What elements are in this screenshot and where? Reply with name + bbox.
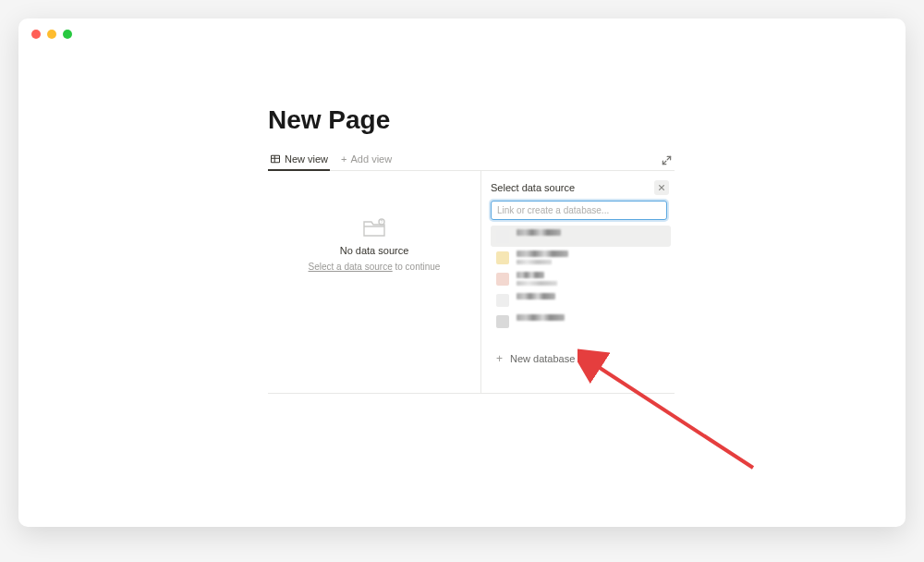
empty-state-title: No data source [340,245,409,256]
table-icon [270,153,281,165]
tab-new-view[interactable]: New view [268,148,330,170]
page-icon [496,294,509,307]
page-title[interactable]: New Page [268,105,906,135]
maximize-window-button[interactable] [63,30,72,39]
empty-state-suffix: to continue [393,262,441,272]
database-option[interactable] [491,226,671,247]
redacted-text [517,229,561,236]
database-list [491,226,671,332]
close-icon [658,184,665,191]
svg-rect-7 [496,273,509,286]
redacted-text [517,293,555,299]
svg-rect-8 [496,294,509,307]
expand-icon [662,155,672,165]
svg-rect-6 [496,251,509,264]
page-icon [496,315,509,328]
database-option[interactable] [491,268,671,289]
database-search-input[interactable] [491,201,667,220]
svg-text:?: ? [381,219,383,225]
popover-title: Select data source [491,182,575,193]
redacted-text [517,314,565,321]
window-controls [18,18,906,50]
redacted-text [517,250,568,257]
close-window-button[interactable] [31,30,41,39]
database-option[interactable] [491,311,671,332]
popover-header: Select data source [491,180,675,201]
database-option[interactable] [491,247,671,268]
view-body: ? No data source Select a data source to… [268,171,675,394]
page-content: New Page New view + Add view [18,50,906,527]
svg-rect-9 [496,315,509,328]
add-view-button[interactable]: + Add view [339,148,394,170]
empty-state: ? No data source Select a data source to… [268,171,480,393]
redacted-text [517,260,552,264]
database-option[interactable] [491,289,671,311]
page-icon [496,251,509,264]
folder-icon: ? [361,217,387,239]
minimize-window-button[interactable] [47,30,56,39]
view-tabs: New view + Add view [268,148,675,171]
svg-rect-0 [272,155,280,163]
add-view-label: Add view [351,153,393,165]
new-database-button[interactable]: + New database [491,345,675,373]
popover-close-button[interactable] [654,180,669,195]
page-icon [496,273,509,286]
svg-rect-5 [496,230,509,243]
redacted-text [517,281,557,286]
new-database-label: New database [510,353,575,364]
page-icon [496,230,509,243]
plus-icon: + [496,352,503,365]
data-source-popover: Select data source [480,171,675,393]
app-window: New Page New view + Add view [18,18,906,527]
tab-label: New view [285,153,328,165]
expand-button[interactable] [658,152,675,168]
redacted-text [517,272,544,278]
select-source-link[interactable]: Select a data source [309,262,393,272]
empty-state-subtitle: Select a data source to continue [309,262,441,272]
plus-icon: + [341,153,346,165]
